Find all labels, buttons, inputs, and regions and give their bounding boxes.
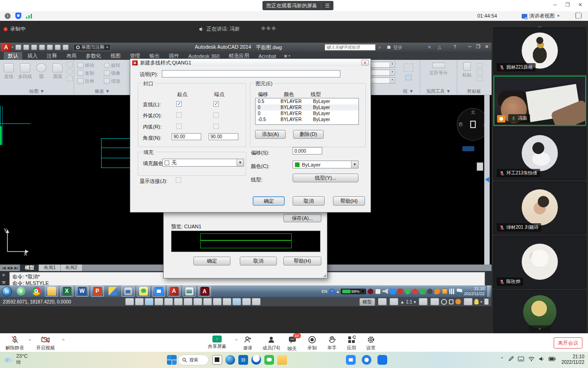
stacked-arrows-icon[interactable] xyxy=(106,286,119,297)
rectangle-icon[interactable] xyxy=(66,62,73,67)
tray-chevron-icon[interactable]: ▴ xyxy=(337,289,339,294)
copy-clip-icon[interactable] xyxy=(477,70,483,75)
help-icon[interactable]: ? xyxy=(454,45,456,50)
save-as-icon[interactable] xyxy=(39,45,45,50)
acad-minimize-button[interactable]: ─ xyxy=(468,44,472,49)
unmute-button[interactable]: 解除静音 xyxy=(6,336,24,351)
excel-icon[interactable]: X xyxy=(60,286,73,297)
redo-icon[interactable] xyxy=(63,45,69,50)
viewcube-wcs-chip[interactable] xyxy=(462,146,474,151)
line-start-checkbox[interactable] xyxy=(176,101,182,107)
command-wrench-icon[interactable]: ⚒ xyxy=(2,280,6,285)
wechat-icon[interactable] xyxy=(137,286,150,297)
app-icon-blue-2[interactable] xyxy=(377,355,387,365)
photo-viewer-icon[interactable] xyxy=(183,286,196,297)
polyline-tool[interactable]: 多段线 xyxy=(17,63,32,80)
status-menu-chevron[interactable]: ▾ xyxy=(480,300,482,304)
show-joints-checkbox[interactable] xyxy=(176,177,181,183)
draw-panel-footer[interactable]: 绘图 ▼ xyxy=(0,88,74,95)
keyboard-icon[interactable] xyxy=(518,356,524,362)
volume-tray-icon[interactable] xyxy=(383,289,388,294)
share-options-chevron[interactable]: ⌃ xyxy=(234,338,238,344)
dyn-input-toggle[interactable] xyxy=(213,298,222,305)
taskbar-search[interactable]: 搜索 xyxy=(178,355,209,365)
ribbon-toggle-icon[interactable]: ▣ ▾ xyxy=(284,54,290,58)
angle-end-input[interactable]: 90.00 xyxy=(209,133,238,140)
drawing-quickview-icon[interactable] xyxy=(390,298,398,305)
command-close-icon[interactable]: ✕ xyxy=(2,273,6,278)
osnap-toggle[interactable] xyxy=(174,298,183,305)
security-shield-icon[interactable] xyxy=(15,13,21,19)
search-binoculars-icon[interactable]: ⌕ xyxy=(378,45,381,50)
mlstyle-cancel-button[interactable]: 取消 xyxy=(240,257,277,265)
canvas-scrollbar[interactable] xyxy=(484,95,490,265)
360-tray-icon[interactable] xyxy=(412,289,418,294)
tencent-meeting-icon[interactable] xyxy=(152,286,165,297)
paste-tool[interactable]: 粘贴 xyxy=(460,62,474,78)
paste-special-icon[interactable] xyxy=(477,76,483,81)
qq-icon[interactable] xyxy=(251,355,261,365)
group-icon[interactable] xyxy=(404,64,413,72)
save-button[interactable]: 保存(A)... xyxy=(283,214,321,222)
acrobat-tray-icon[interactable] xyxy=(397,289,403,294)
lightbulb-icon[interactable] xyxy=(474,299,479,304)
start-button-icon[interactable] xyxy=(167,355,177,365)
help-tray-icon[interactable]: ? xyxy=(329,289,335,294)
tab-view[interactable]: 视图 xyxy=(106,52,125,60)
lineweight-toggle[interactable] xyxy=(223,298,231,305)
language-indicator[interactable]: EN xyxy=(322,289,328,294)
file-explorer-icon[interactable] xyxy=(45,286,58,297)
isolate-objects-icon[interactable] xyxy=(464,298,473,305)
scroll-down-chevron[interactable]: ⌄ xyxy=(529,325,551,332)
apps-button[interactable]: 应用 xyxy=(347,336,356,351)
tencent-meeting-win11-icon[interactable] xyxy=(346,355,356,365)
element-row[interactable]: 0BYLAYERByLayer xyxy=(256,104,358,110)
participant-tile[interactable]: ⌄ xyxy=(493,290,586,333)
mlstyle-help-button[interactable]: 帮助(H) xyxy=(283,257,321,265)
polar-toggle[interactable] xyxy=(164,298,173,305)
autoscale-icon[interactable] xyxy=(430,298,439,305)
add-element-button[interactable]: 添加(A) xyxy=(255,130,286,139)
plot-icon[interactable] xyxy=(47,45,53,50)
fill-color-dropdown[interactable]: 无 ▼ xyxy=(162,159,244,167)
weather-widget[interactable]: 23°C 晴 xyxy=(4,353,28,365)
inner-arc-end-checkbox[interactable] xyxy=(213,123,219,129)
workspace-gear-icon[interactable] xyxy=(441,299,447,305)
help-search-input[interactable] xyxy=(325,44,376,51)
resize-grip[interactable]: ◢ xyxy=(323,273,326,278)
palette-collapse-arrow[interactable] xyxy=(485,177,489,182)
exchange-icon[interactable]: ✕ xyxy=(428,45,431,50)
win7-clock[interactable]: 21:102022/11/22 xyxy=(464,286,485,297)
hatch-icon[interactable] xyxy=(66,76,73,81)
meeting-tray-icon[interactable] xyxy=(390,289,396,294)
task-view-icon[interactable] xyxy=(212,355,222,365)
tab-insert[interactable]: 插入 xyxy=(23,52,42,60)
palette-tab[interactable] xyxy=(477,162,483,171)
sign-in-link[interactable]: 登录 xyxy=(393,45,403,51)
participant-tile[interactable]: 绿材201 刘颖诗 xyxy=(493,181,586,234)
fullscreen-icon[interactable] xyxy=(575,13,582,19)
explorer-win11-icon[interactable] xyxy=(277,355,287,365)
measure-tool[interactable]: 定距等分 xyxy=(425,63,453,76)
folder-tray-icon[interactable] xyxy=(442,289,447,294)
element-row[interactable]: -0.5BYLAYERByLayer xyxy=(256,116,358,123)
element-color-dropdown[interactable]: ByLayer ▼ xyxy=(293,161,358,168)
delete-element-button[interactable]: 删除(D) xyxy=(293,130,324,139)
pen-icon[interactable] xyxy=(508,356,514,362)
outer-arc-start-checkbox[interactable] xyxy=(176,112,182,118)
mlstyle-ok-button[interactable]: 确定 xyxy=(193,257,230,265)
maximize-button[interactable]: ❐ xyxy=(565,2,570,8)
leave-meeting-button[interactable]: 离开会议 xyxy=(554,337,582,349)
tab-home[interactable]: 默认 xyxy=(4,52,22,60)
otrack-toggle[interactable] xyxy=(193,298,202,305)
chrome-icon[interactable] xyxy=(30,286,43,297)
control-panel-icon[interactable] xyxy=(121,286,134,297)
cut-icon[interactable] xyxy=(477,63,483,68)
members-button[interactable]: 成员(74) xyxy=(262,336,280,351)
line-tool[interactable]: 直线 xyxy=(1,63,16,80)
settings-button[interactable]: 设置 xyxy=(366,336,376,351)
mic-options-chevron[interactable]: ⌃ xyxy=(28,338,32,344)
mirror-tool[interactable]: 镜像 xyxy=(104,70,128,77)
flame-tray-icon[interactable] xyxy=(435,289,440,294)
participant-tile[interactable]: 园林221薛格 xyxy=(493,27,586,74)
